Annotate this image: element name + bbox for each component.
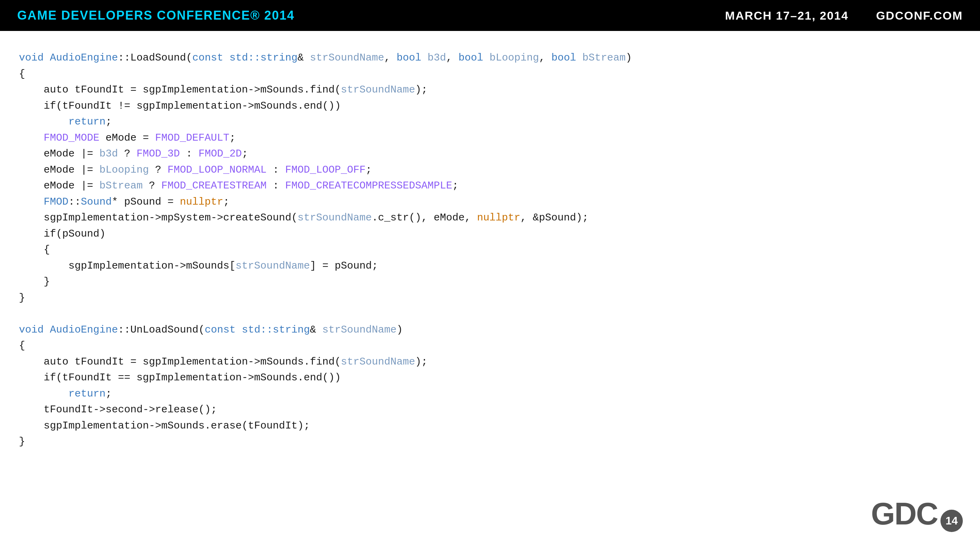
code-line-14: sgpImplementation->mSounds[strSoundName]… xyxy=(19,258,961,274)
code-line-1: void AudioEngine::LoadSound(const std::s… xyxy=(19,50,961,66)
gdc-logo-year: 14 xyxy=(940,510,963,532)
header: GAME DEVELOPERS CONFERENCE® 2014 MARCH 1… xyxy=(0,0,980,31)
code-line-22: return; xyxy=(19,386,961,402)
code-line-16: } xyxy=(19,290,961,306)
code-line-20: auto tFoundIt = sgpImplementation->mSoun… xyxy=(19,354,961,370)
code-line-5: return; xyxy=(19,114,961,130)
code-line-15: } xyxy=(19,274,961,290)
header-right: MARCH 17–21, 2014 GDCONF.COM xyxy=(725,9,963,22)
conference-url: GDCONF.COM xyxy=(876,9,963,22)
gdc-logo-text: GDC xyxy=(871,496,938,532)
conference-date: MARCH 17–21, 2014 xyxy=(725,9,849,22)
code-line-8: eMode |= bLooping ? FMOD_LOOP_NORMAL : F… xyxy=(19,162,961,178)
code-line-2: { xyxy=(19,66,961,82)
code-line-24: sgpImplementation->mSounds.erase(tFoundI… xyxy=(19,418,961,434)
code-line-17 xyxy=(19,306,961,322)
code-line-6: FMOD_MODE eMode = FMOD_DEFAULT; xyxy=(19,130,961,146)
code-line-12: if(pSound) xyxy=(19,226,961,242)
code-line-3: auto tFoundIt = sgpImplementation->mSoun… xyxy=(19,82,961,98)
code-line-18: void AudioEngine::UnLoadSound(const std:… xyxy=(19,322,961,338)
code-line-23: tFoundIt->second->release(); xyxy=(19,402,961,418)
code-line-10: FMOD::Sound* pSound = nullptr; xyxy=(19,194,961,210)
code-area: void AudioEngine::LoadSound(const std::s… xyxy=(0,31,980,469)
code-line-25: } xyxy=(19,434,961,450)
code-line-4: if(tFoundIt != sgpImplementation->mSound… xyxy=(19,98,961,114)
code-line-11: sgpImplementation->mpSystem->createSound… xyxy=(19,210,961,226)
code-line-13: { xyxy=(19,242,961,258)
conference-title: GAME DEVELOPERS CONFERENCE® 2014 xyxy=(17,8,295,23)
gdc-logo: GDC 14 xyxy=(871,496,963,532)
code-line-19: { xyxy=(19,338,961,354)
code-line-7: eMode |= b3d ? FMOD_3D : FMOD_2D; xyxy=(19,146,961,162)
code-line-9: eMode |= bStream ? FMOD_CREATESTREAM : F… xyxy=(19,178,961,194)
code-line-21: if(tFoundIt == sgpImplementation->mSound… xyxy=(19,370,961,386)
